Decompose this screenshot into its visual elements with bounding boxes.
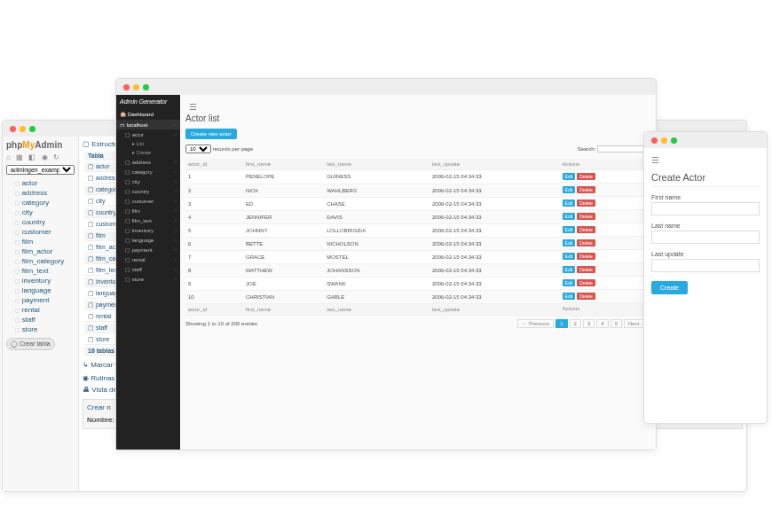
ag-menu-item[interactable]: ▢ store — [116, 274, 180, 284]
pma-tree-item[interactable]: store — [6, 325, 75, 334]
page-link[interactable]: 2 — [570, 319, 581, 328]
pma-tree-item[interactable]: rental — [6, 305, 75, 315]
create-button[interactable]: Create — [651, 281, 688, 294]
ag-host-item[interactable]: ▭ localhost — [116, 120, 180, 129]
ag-menu-item[interactable]: ▢ country — [116, 186, 180, 196]
delete-button[interactable]: Delete — [577, 239, 595, 246]
page-link[interactable]: 4 — [596, 319, 608, 328]
last-update-label: Last update — [651, 251, 760, 257]
ca-titlebar — [644, 132, 767, 148]
delete-button[interactable]: Delete — [577, 266, 595, 273]
close-icon[interactable] — [651, 137, 658, 144]
pma-tree-item[interactable]: film — [6, 237, 75, 246]
pma-logo: phpMyAdmin — [6, 140, 75, 150]
pma-tree-item[interactable]: payment — [6, 295, 75, 305]
ag-menu-item[interactable]: ▢ customer — [116, 196, 180, 206]
page-link[interactable]: ← Previous — [517, 319, 554, 328]
search-input[interactable] — [597, 145, 650, 153]
edit-button[interactable]: Edit — [563, 186, 576, 193]
edit-button[interactable]: Edit — [563, 293, 576, 300]
ag-col-header[interactable]: last_name — [324, 159, 429, 170]
pma-tree-item[interactable]: actor — [6, 178, 75, 188]
delete-button[interactable]: Delete — [577, 186, 595, 193]
close-icon[interactable] — [10, 126, 16, 132]
table-row: 9JOESWANK2006-02-15 04:34:33EditDelete — [185, 277, 650, 290]
delete-button[interactable]: Delete — [577, 253, 595, 260]
pma-tree-item[interactable]: customer — [6, 227, 75, 237]
edit-button[interactable]: Edit — [563, 226, 576, 233]
last-update-input[interactable] — [651, 259, 760, 272]
delete-button[interactable]: Delete — [577, 279, 595, 286]
ag-menu-item[interactable]: ▢ category — [116, 167, 180, 176]
ag-menu-item[interactable]: ▢ film — [116, 206, 180, 215]
delete-button[interactable]: Delete — [577, 173, 595, 180]
pma-tree-item[interactable]: film_text — [6, 266, 75, 276]
first-name-input[interactable] — [651, 202, 760, 215]
ag-col-header[interactable]: Actions — [560, 159, 650, 170]
last-name-input[interactable] — [651, 231, 760, 244]
edit-button[interactable]: Edit — [563, 200, 576, 207]
pma-db-select[interactable]: admingen_example — [6, 165, 75, 175]
ag-menu-item[interactable]: ▢ address — [116, 157, 180, 167]
pma-crear-tabla-button[interactable]: ◯ Crear tabla — [6, 338, 55, 350]
page-link[interactable]: 3 — [583, 319, 595, 328]
pma-tree-item[interactable]: staff — [6, 315, 75, 325]
pma-tree-item[interactable]: address — [6, 188, 75, 198]
edit-button[interactable]: Edit — [563, 253, 576, 260]
ag-submenu-item[interactable]: ▸ Create — [116, 148, 180, 157]
ag-dashboard-link[interactable]: 🏠 Dashboard — [116, 108, 180, 120]
create-actor-window: ☰ Create Actor First name Last name Last… — [643, 131, 768, 424]
pma-tree-item[interactable]: category — [6, 198, 75, 207]
minimize-icon[interactable] — [133, 84, 139, 90]
delete-button[interactable]: Delete — [577, 200, 595, 207]
pma-crear-n-link[interactable]: Crear n — [87, 403, 111, 411]
edit-button[interactable]: Edit — [563, 173, 576, 180]
ag-menu-item[interactable]: ▢ staff — [116, 264, 180, 274]
pma-toolbar-icons[interactable]: ⌂ ▦ ◧ ◉ ↻ — [6, 153, 75, 161]
pma-tree-item[interactable]: inventory — [6, 276, 75, 286]
ag-col-header[interactable]: last_update — [429, 159, 560, 170]
pma-tree-item[interactable]: city — [6, 207, 75, 217]
close-icon[interactable] — [123, 84, 130, 90]
hamburger-icon[interactable]: ☰ — [185, 100, 650, 113]
pma-tree-item[interactable]: film_category — [6, 256, 75, 266]
ag-menu-item[interactable]: ▢ film_text — [116, 215, 180, 225]
edit-button[interactable]: Edit — [563, 279, 576, 286]
edit-button[interactable]: Edit — [563, 239, 576, 246]
ag-col-header[interactable]: first_name — [243, 159, 324, 170]
ag-menu-item[interactable]: ▢ inventory — [116, 225, 180, 235]
ag-menu-item[interactable]: ▢ actor — [116, 129, 180, 139]
page-link[interactable]: 1 — [555, 319, 567, 328]
pma-tree-item[interactable]: country — [6, 217, 75, 227]
showing-text: Showing 1 to 10 of 200 entries — [185, 321, 257, 326]
minimize-icon[interactable] — [661, 137, 667, 144]
table-row: 3EDCHASE2006-02-15 04:34:33EditDelete — [185, 197, 650, 210]
per-page-select[interactable]: 10 — [185, 145, 211, 153]
ag-menu-item[interactable]: ▢ rental — [116, 254, 180, 264]
ag-col-footer: first_name — [243, 303, 324, 315]
minimize-icon[interactable] — [20, 126, 26, 132]
ag-submenu-item[interactable]: ▸ List — [116, 139, 180, 148]
ag-col-footer: Actions — [560, 303, 650, 315]
ag-menu-item[interactable]: ▢ payment — [116, 245, 180, 254]
page-link[interactable]: 5 — [611, 319, 622, 328]
pma-tree-item[interactable]: language — [6, 286, 75, 295]
table-row: 8MATTHEWJOHANSSON2006-02-15 04:34:33Edit… — [185, 263, 650, 277]
edit-button[interactable]: Edit — [563, 213, 576, 220]
ag-col-header[interactable]: actor_id — [185, 159, 243, 170]
delete-button[interactable]: Delete — [577, 226, 595, 233]
ag-menu-item[interactable]: ▢ language — [116, 235, 180, 245]
maximize-icon[interactable] — [143, 84, 149, 90]
delete-button[interactable]: Delete — [577, 213, 595, 220]
hamburger-icon[interactable]: ☰ — [651, 155, 760, 165]
create-new-actor-button[interactable]: Create new actor — [185, 129, 237, 139]
table-row: 4JENNIFERDAVIS2006-02-15 04:34:33EditDel… — [185, 210, 650, 223]
table-row: 7GRACEMOSTEL2006-02-15 04:34:33EditDelet… — [185, 250, 650, 263]
delete-button[interactable]: Delete — [577, 293, 595, 300]
pma-tree-item[interactable]: film_actor — [6, 246, 75, 256]
ag-menu-item[interactable]: ▢ city — [116, 176, 180, 186]
maximize-icon[interactable] — [29, 126, 35, 132]
maximize-icon[interactable] — [671, 137, 677, 144]
pagination: ← Previous12345Next → — [517, 319, 650, 328]
edit-button[interactable]: Edit — [563, 266, 576, 273]
